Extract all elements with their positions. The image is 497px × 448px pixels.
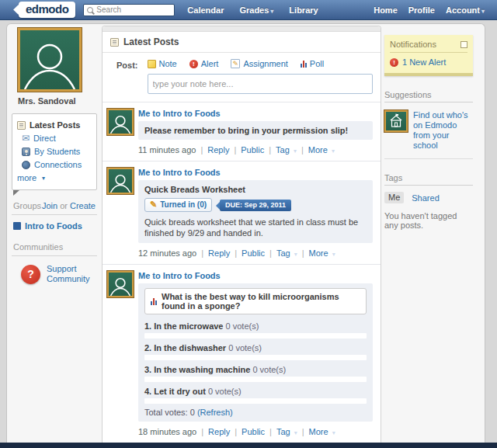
post-label: Post: (116, 61, 138, 94)
tab-note[interactable]: Note (148, 59, 177, 68)
search-box[interactable] (83, 4, 175, 16)
edmodo-logo[interactable]: edmodo (19, 2, 75, 18)
nav-grades[interactable]: Grades▾ (239, 5, 273, 15)
post-composer: Post: Note ! Alert ✎ Assignment (103, 53, 381, 102)
notifications-panel: Notifications ! 1 New Alert (384, 35, 473, 76)
join-group-link[interactable]: Join (42, 201, 57, 210)
note-icon (148, 60, 156, 68)
main-feed: Latest Posts Post: Note ! Alert ✎ (102, 26, 381, 443)
post-note: Me to Intro to Foods Please remember to … (103, 102, 381, 161)
user-name: Mrs. Sandoval (18, 96, 97, 106)
support-community-link[interactable]: ? Support Community (12, 256, 97, 284)
nav-calendar[interactable]: Calendar (187, 5, 224, 15)
sidebar-item-direct[interactable]: ✉ Direct (22, 132, 92, 145)
post-author-link[interactable]: Me to Intro to Foods (138, 168, 373, 177)
post-author-link[interactable]: Me to Intro to Foods (138, 109, 373, 118)
note-input[interactable] (148, 74, 374, 94)
assignment-icon: ✎ (231, 59, 240, 68)
footer-edge-bar (0, 443, 497, 448)
right-sidebar: Notifications ! 1 New Alert Suggestions … (384, 35, 473, 230)
poll-option[interactable]: 4. Let it dry out 0 vote(s) (144, 386, 367, 404)
schoolhouse-icon (384, 110, 408, 132)
post-avatar[interactable] (107, 271, 134, 297)
more-link[interactable]: More ▾ (308, 145, 335, 155)
communities-header-row: Communities (12, 237, 97, 256)
public-link[interactable]: Public (242, 248, 265, 258)
new-alert-link[interactable]: ! 1 New Alert (390, 57, 467, 67)
menu-notch (13, 190, 19, 196)
assignment-description: Quick breads worksheet that we started i… (144, 217, 367, 238)
reply-link[interactable]: Reply (208, 248, 230, 258)
sidebar-more-link[interactable]: more ▾ (17, 172, 92, 185)
collapse-icon[interactable] (461, 41, 467, 48)
sidebar-group-intro-to-foods[interactable]: Intro to Foods (12, 215, 97, 237)
feed-title: Latest Posts (123, 36, 179, 47)
avatar[interactable] (18, 28, 82, 92)
post-footer: 11 minutes ago Reply Public Tag ▾ More ▾ (138, 145, 373, 155)
more-link[interactable]: More ▾ (309, 248, 335, 258)
students-icon (22, 148, 30, 156)
post-timestamp: 12 minutes ago (138, 248, 196, 258)
post-timestamp: 11 minutes ago (138, 145, 196, 155)
sidebar-item-by-students[interactable]: By Students (22, 145, 92, 158)
reply-link[interactable]: Reply (208, 427, 230, 436)
tag-link[interactable]: Tag ▾ (276, 248, 297, 258)
poll-option[interactable]: 2. In the dishwasher 0 vote(s) (144, 342, 367, 360)
suggestion-item[interactable]: Find out who's on Edmodo from your schoo… (384, 102, 473, 159)
silhouette-icon (109, 113, 131, 134)
tag-link[interactable]: Tag ▾ (276, 427, 297, 436)
nav-left-links: Calendar Grades▾ Library (187, 5, 318, 15)
search-icon (87, 7, 93, 13)
tags-tabs: Me Shared (384, 192, 473, 203)
public-link[interactable]: Public (241, 145, 264, 155)
poll-bar (144, 398, 367, 404)
poll-bar (144, 377, 367, 382)
post-body: Please remember to bring in your permiss… (138, 121, 373, 140)
create-group-link[interactable]: Create (70, 201, 96, 210)
tab-poll[interactable]: Poll (301, 59, 324, 68)
feed-icon (110, 38, 119, 47)
suggestions-header: Suggestions (384, 90, 473, 102)
due-date-badge: DUE: Sep 29, 2011 (220, 200, 291, 211)
nav-account[interactable]: Account▾ (446, 5, 485, 15)
tag-link[interactable]: Tag ▾ (276, 145, 297, 155)
post-message: Please remember to bring in your permiss… (144, 126, 367, 135)
assignment-title: Quick Breads Worksheet (144, 185, 367, 194)
nav-profile[interactable]: Profile (408, 5, 435, 15)
feed-header: Latest Posts (103, 32, 381, 53)
tab-assignment[interactable]: ✎ Assignment (231, 59, 287, 68)
group-color-swatch (13, 222, 21, 230)
tab-me[interactable]: Me (384, 192, 404, 203)
more-link[interactable]: More ▾ (309, 427, 335, 436)
chevron-down-icon: ▾ (481, 8, 485, 15)
nav-right-links: Home Profile Account▾ (374, 5, 485, 15)
nav-library[interactable]: Library (289, 5, 318, 15)
tab-alert[interactable]: ! Alert (189, 59, 219, 68)
poll-question: What is the best way to kill microorgani… (144, 288, 367, 314)
turned-in-button[interactable]: ✎ Turned in (0) (144, 198, 212, 212)
sidebar-item-latest-posts[interactable]: Latest Posts (17, 119, 92, 132)
post-avatar[interactable] (107, 109, 134, 135)
post-author-link[interactable]: Me to Intro to Foods (138, 271, 373, 280)
post-body: What is the best way to kill microorgani… (138, 283, 373, 422)
sidebar-item-connections[interactable]: Connections (22, 158, 92, 172)
chevron-down-icon: ▾ (332, 148, 335, 155)
public-link[interactable]: Public (242, 427, 265, 436)
chevron-down-icon: ▾ (294, 251, 297, 258)
nav-home[interactable]: Home (374, 5, 398, 15)
pencil-icon: ✎ (150, 200, 157, 210)
post-avatar[interactable] (107, 168, 134, 194)
search-input[interactable] (96, 5, 171, 14)
post-body: Quick Breads Worksheet ✎ Turned in (0) D… (138, 180, 373, 243)
tab-shared[interactable]: Shared (412, 193, 439, 203)
refresh-link[interactable]: (Refresh) (197, 408, 233, 417)
silhouette-icon (109, 172, 131, 193)
post-poll: Me to Intro to Foods What is the best wa… (103, 264, 381, 443)
chevron-down-icon: ▾ (332, 251, 335, 258)
poll-option[interactable]: 1. In the microwave 0 vote(s) (144, 321, 367, 339)
post-timestamp: 18 minutes ago (138, 427, 196, 436)
poll-option[interactable]: 3. In the washing machine 0 vote(s) (144, 364, 367, 382)
reply-link[interactable]: Reply (207, 145, 229, 155)
composer-tabs: Note ! Alert ✎ Assignment Poll (148, 59, 374, 68)
poll-icon (301, 61, 307, 68)
